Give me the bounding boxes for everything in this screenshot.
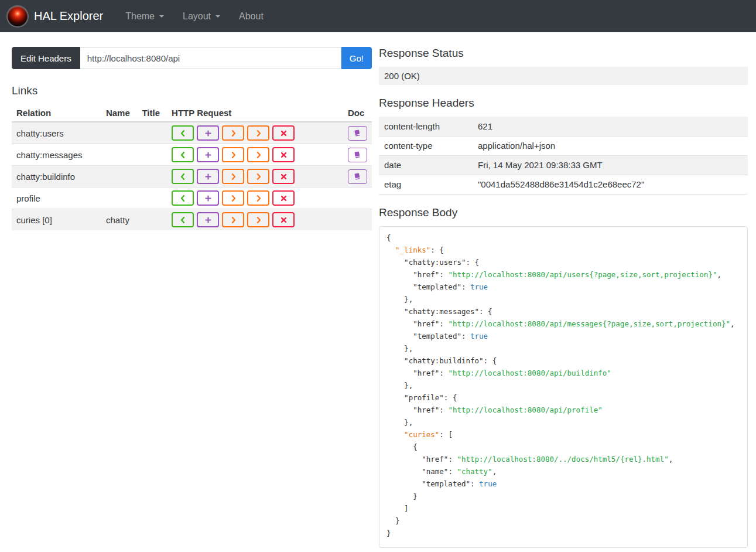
patch-button[interactable]	[247, 125, 269, 141]
nav-item-layout[interactable]: Layout	[173, 11, 230, 22]
response-header-value: application/hal+json	[473, 136, 748, 155]
link-relation: curies [0]	[12, 209, 101, 231]
nav-item-theme[interactable]: Theme	[116, 11, 173, 22]
response-header-row: dateFri, 14 May 2021 09:38:33 GMT	[379, 155, 748, 175]
post-button[interactable]	[197, 125, 219, 141]
json-line: "templated": true	[386, 281, 740, 293]
go-button[interactable]: Go!	[341, 47, 372, 69]
doc-cell	[343, 144, 372, 166]
post-button[interactable]	[197, 190, 219, 206]
book-icon	[353, 129, 361, 137]
patch-button[interactable]	[247, 212, 269, 227]
post-button[interactable]	[197, 169, 219, 184]
x-icon	[279, 129, 288, 138]
delete-button[interactable]	[272, 190, 295, 206]
chevron-left-icon	[179, 194, 187, 203]
column-header-http-request: HTTP Request	[167, 104, 343, 122]
json-line: {	[386, 441, 740, 453]
url-input[interactable]	[80, 47, 341, 69]
response-header-value: "0041da552488d86e31454d1c2e68eec72"	[473, 175, 748, 194]
request-bar: Edit Headers Go!	[12, 47, 372, 69]
edit-headers-button[interactable]: Edit Headers	[12, 47, 80, 69]
response-pane: Response Status 200 (OK) Response Header…	[379, 47, 748, 548]
get-button[interactable]	[172, 147, 194, 162]
json-line: "name": "chatty",	[386, 465, 740, 478]
json-line: }	[386, 527, 740, 539]
doc-button[interactable]	[348, 126, 367, 141]
link-relation: chatty:messages	[12, 144, 101, 166]
table-row: chatty:users	[12, 122, 372, 144]
chevron-right-icon	[229, 172, 238, 181]
delete-button[interactable]	[272, 169, 295, 184]
put-button[interactable]	[222, 169, 244, 184]
link-relation: profile	[12, 188, 101, 209]
x-icon	[279, 172, 288, 181]
put-button[interactable]	[222, 125, 244, 141]
x-icon	[279, 216, 288, 224]
link-title	[137, 144, 167, 166]
put-button[interactable]	[222, 190, 244, 206]
response-header-name: etag	[379, 175, 473, 194]
plus-icon	[204, 151, 213, 159]
link-name: chatty	[101, 209, 138, 231]
chevron-right-icon	[229, 216, 238, 224]
chevron-left-icon	[179, 172, 187, 181]
column-header-title: Title	[137, 104, 167, 122]
post-button[interactable]	[197, 147, 219, 162]
http-request-buttons	[167, 166, 343, 188]
get-button[interactable]	[172, 212, 194, 227]
link-title	[137, 122, 167, 144]
delete-button[interactable]	[272, 147, 295, 162]
get-button[interactable]	[172, 169, 194, 184]
brand-title: HAL Explorer	[34, 9, 103, 23]
json-line: {	[386, 231, 740, 244]
chevron-right-icon	[254, 172, 263, 181]
x-icon	[279, 151, 288, 159]
response-status-value: 200 (OK)	[379, 67, 748, 85]
doc-button[interactable]	[348, 169, 367, 184]
chevron-right-icon	[229, 194, 238, 203]
link-relation: chatty:users	[12, 122, 101, 144]
json-line: "curies": [	[386, 428, 740, 441]
json-line: "templated": true	[386, 478, 740, 490]
json-line: },	[386, 416, 740, 428]
http-request-buttons	[167, 209, 343, 231]
json-line: "chatty:messages": {	[386, 305, 740, 318]
chevron-right-icon	[254, 194, 263, 203]
get-button[interactable]	[172, 125, 194, 141]
json-line: "href": "http://localhost:8080/api/profi…	[386, 404, 740, 416]
chevron-left-icon	[179, 151, 187, 159]
response-header-row: content-typeapplication/hal+json	[379, 136, 748, 155]
response-header-value: Fri, 14 May 2021 09:38:33 GMT	[473, 155, 748, 175]
get-button[interactable]	[172, 190, 194, 206]
response-body-json: { "_links": { "chatty:users": { "href": …	[379, 226, 748, 548]
post-button[interactable]	[197, 212, 219, 227]
chevron-right-icon	[254, 216, 263, 224]
table-row: curies [0]chatty	[12, 209, 372, 231]
patch-button[interactable]	[247, 169, 269, 184]
table-row: profile	[12, 188, 372, 209]
http-request-buttons	[167, 144, 343, 166]
json-line: "chatty:buildinfo": {	[386, 355, 740, 367]
put-button[interactable]	[222, 212, 244, 227]
nav-item-about[interactable]: About	[230, 11, 273, 22]
plus-icon	[204, 172, 213, 181]
patch-button[interactable]	[247, 147, 269, 162]
nav-item-label: Theme	[125, 11, 155, 22]
response-header-row: content-length621	[379, 117, 748, 136]
json-line: "profile": {	[386, 391, 740, 404]
put-button[interactable]	[222, 147, 244, 162]
json-line: "_links": {	[386, 244, 740, 256]
delete-button[interactable]	[272, 212, 295, 227]
delete-button[interactable]	[272, 125, 295, 141]
doc-cell	[343, 188, 372, 209]
json-line: },	[386, 293, 740, 305]
patch-button[interactable]	[247, 190, 269, 206]
doc-button[interactable]	[348, 148, 367, 162]
request-and-links-pane: Edit Headers Go! Links RelationNameTitle…	[12, 47, 372, 230]
doc-cell	[343, 166, 372, 188]
table-row: chatty:buildinfo	[12, 166, 372, 188]
json-line: }	[386, 514, 740, 527]
json-line: "chatty:users": {	[386, 256, 740, 268]
main-content: Edit Headers Go! Links RelationNameTitle…	[0, 32, 756, 552]
